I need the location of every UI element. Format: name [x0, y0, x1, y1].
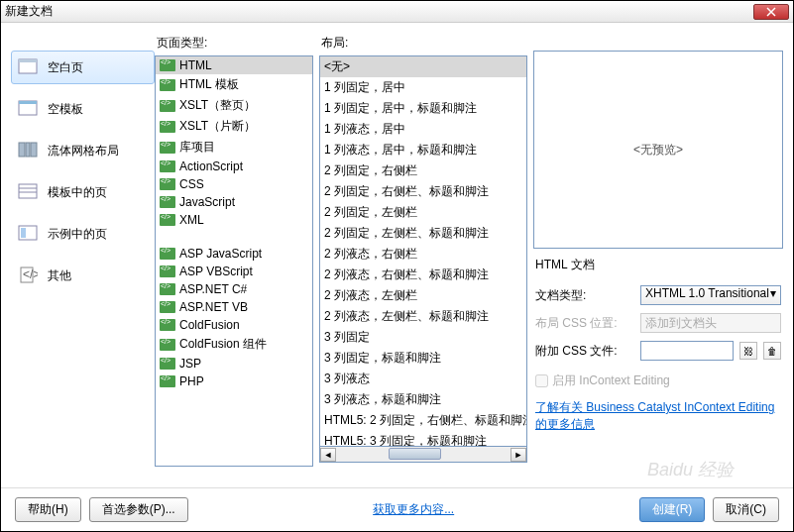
page-type-label: 库项目 [179, 139, 215, 156]
layout-item[interactable]: HTML5: 3 列固定，标题和脚注 [320, 431, 526, 447]
cancel-button[interactable]: 取消(C) [713, 497, 779, 522]
nav-other[interactable]: </> 其他 [11, 259, 155, 292]
attach-css-label: 附加 CSS 文件: [535, 343, 634, 360]
nav-fluid-grid[interactable]: 流体网格布局 [11, 134, 155, 167]
page-type-item[interactable]: ASP.NET VB [156, 298, 312, 316]
page-type-label: HTML [179, 58, 212, 72]
page-type-label: ASP VBScript [179, 265, 253, 278]
attach-css-row: 附加 CSS 文件: ⛓ 🗑 [533, 337, 783, 365]
page-type-item[interactable]: ASP VBScript [156, 263, 312, 280]
layout-list[interactable]: <无>1 列固定，居中1 列固定，居中，标题和脚注1 列液态，居中1 列液态，居… [319, 55, 527, 447]
page-type-item[interactable]: XSLT（片断） [156, 116, 312, 137]
close-icon [766, 7, 776, 17]
scroll-right-button[interactable]: ► [510, 448, 526, 462]
file-type-icon [160, 319, 175, 331]
svg-rect-1 [19, 59, 37, 62]
page-type-item[interactable]: HTML 模板 [156, 74, 312, 95]
nav-sample-page[interactable]: 示例中的页 [11, 217, 155, 251]
layout-item[interactable]: 2 列固定，右侧栏、标题和脚注 [320, 181, 526, 202]
layout-item[interactable]: 2 列液态，左侧栏 [320, 285, 526, 306]
file-type-icon [160, 79, 175, 91]
page-type-item[interactable] [156, 229, 312, 245]
get-more-link[interactable]: 获取更多内容... [373, 501, 454, 518]
file-type-icon [160, 121, 175, 133]
category-nav: 空白页 空模板 流体网格布局 模板中的页 示例中的页 </> 其他 [11, 33, 155, 488]
layout-item[interactable]: 3 列液态 [320, 369, 526, 389]
layout-item[interactable]: <无> [320, 56, 526, 77]
preferences-button[interactable]: 首选参数(P)... [89, 497, 188, 522]
layout-item[interactable]: 2 列液态，右侧栏、标题和脚注 [320, 265, 526, 285]
layout-item[interactable]: 1 列液态，居中 [320, 119, 526, 140]
preview-caption: HTML 文档 [533, 249, 783, 281]
layout-hscrollbar[interactable]: ◄ ► [319, 447, 527, 463]
file-type-icon [160, 358, 175, 370]
css-position-label: 布局 CSS 位置: [535, 315, 634, 332]
page-type-item[interactable]: ASP.NET C# [156, 280, 312, 298]
page-type-label: ASP JavaScript [179, 247, 262, 261]
page-type-item[interactable]: HTML [156, 56, 312, 74]
layout-item[interactable]: 3 列固定，标题和脚注 [320, 348, 526, 369]
incontext-learn-more-link[interactable]: 了解有关 Business Catalyst InContext Editing… [533, 397, 783, 435]
incontext-checkbox [535, 374, 548, 387]
nav-label: 模板中的页 [48, 184, 107, 201]
layout-item[interactable]: 3 列液态，标题和脚注 [320, 389, 526, 410]
remove-css-button[interactable]: 🗑 [763, 342, 781, 360]
page-type-item[interactable]: CSS [156, 175, 312, 193]
scroll-track[interactable] [336, 448, 510, 462]
page-type-item[interactable]: ColdFusion 组件 [156, 334, 312, 355]
attach-css-input[interactable] [640, 341, 734, 361]
svg-rect-4 [19, 143, 25, 157]
layout-item[interactable]: 1 列液态，居中，标题和脚注 [320, 140, 526, 160]
blank-page-icon [16, 57, 40, 77]
file-type-icon [160, 178, 175, 190]
page-type-item[interactable]: JavaScript [156, 193, 312, 211]
layout-item[interactable]: 2 列液态，左侧栏、标题和脚注 [320, 306, 526, 327]
page-type-label: ColdFusion [179, 318, 240, 332]
link-css-button[interactable]: ⛓ [739, 342, 757, 360]
close-button[interactable] [753, 4, 789, 20]
layout-item[interactable]: 2 列液态，右侧栏 [320, 244, 526, 265]
file-type-icon [160, 142, 175, 154]
page-type-item[interactable]: ASP JavaScript [156, 245, 312, 263]
page-type-label: ColdFusion 组件 [179, 336, 267, 353]
page-type-label: JavaScript [179, 195, 235, 209]
page-type-item[interactable]: JSP [156, 355, 312, 372]
page-type-item[interactable]: XML [156, 211, 312, 229]
page-type-item[interactable]: 库项目 [156, 137, 312, 158]
create-button[interactable]: 创建(R) [639, 497, 706, 522]
layout-item[interactable]: HTML5: 2 列固定，右侧栏、标题和脚注 [320, 410, 526, 431]
nav-label: 示例中的页 [48, 226, 107, 243]
nav-template-page[interactable]: 模板中的页 [11, 175, 155, 209]
svg-rect-11 [21, 228, 26, 238]
page-type-label: HTML 模板 [179, 76, 239, 93]
dialog-body: 空白页 空模板 流体网格布局 模板中的页 示例中的页 </> 其他 [1, 23, 793, 488]
page-type-item[interactable]: ActionScript [156, 158, 312, 175]
page-type-label: XSLT（整页） [179, 97, 256, 114]
page-type-item[interactable]: PHP [156, 372, 312, 390]
nav-label: 流体网格布局 [48, 143, 119, 160]
page-type-item[interactable]: ColdFusion [156, 316, 312, 334]
nav-blank-template[interactable]: 空模板 [11, 92, 155, 126]
other-icon: </> [16, 266, 40, 285]
help-button[interactable]: 帮助(H) [15, 497, 81, 522]
layout-item[interactable]: 2 列固定，左侧栏 [320, 202, 526, 223]
scroll-thumb[interactable] [389, 448, 441, 460]
scroll-left-button[interactable]: ◄ [320, 448, 336, 462]
page-type-list[interactable]: HTMLHTML 模板XSLT（整页）XSLT（片断）库项目ActionScri… [155, 55, 313, 467]
layout-item[interactable]: 2 列固定，左侧栏、标题和脚注 [320, 223, 526, 244]
page-type-item[interactable]: XSLT（整页） [156, 95, 312, 116]
page-type-label: ActionScript [179, 160, 243, 173]
layout-item[interactable]: 2 列固定，右侧栏 [320, 160, 526, 181]
page-type-label: XSLT（片断） [179, 118, 256, 135]
dialog-title: 新建文档 [5, 3, 753, 20]
file-type-icon [160, 266, 175, 277]
file-type-icon [160, 248, 175, 260]
layout-item[interactable]: 3 列固定 [320, 327, 526, 348]
nav-blank-page[interactable]: 空白页 [11, 51, 155, 84]
layout-item[interactable]: 1 列固定，居中 [320, 77, 526, 98]
incontext-row: 启用 InContext Editing [533, 365, 783, 397]
page-type-label: XML [179, 213, 204, 227]
doctype-select[interactable]: XHTML 1.0 Transitional ▾ [640, 285, 781, 305]
titlebar: 新建文档 [1, 1, 793, 23]
layout-item[interactable]: 1 列固定，居中，标题和脚注 [320, 98, 526, 119]
